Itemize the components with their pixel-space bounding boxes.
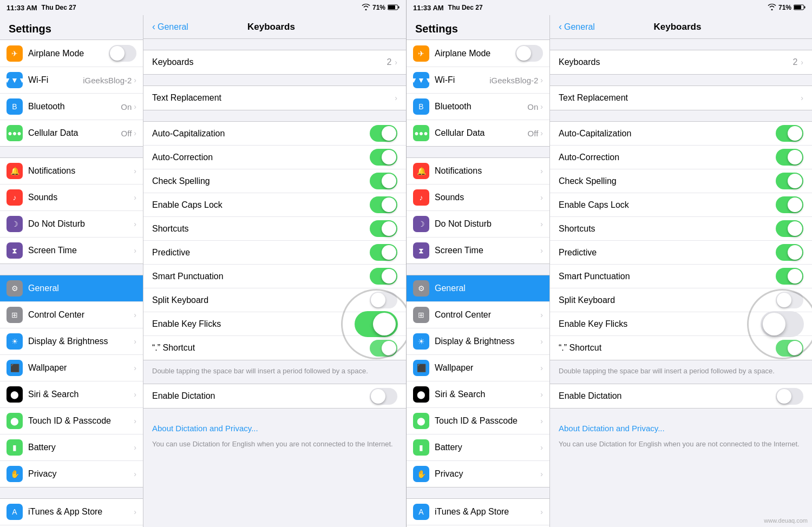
toggle-switch[interactable] bbox=[370, 149, 397, 166]
toggle-switch[interactable] bbox=[370, 244, 397, 261]
sidebar-item-donotdisturb[interactable]: ☽Do Not Disturb› bbox=[0, 211, 143, 238]
link-text[interactable]: About Dictation and Privacy... bbox=[143, 419, 406, 437]
settings-row-enablecapslock[interactable]: Enable Caps Lock bbox=[143, 193, 406, 217]
link-text[interactable]: About Dictation and Privacy... bbox=[550, 419, 812, 437]
settings-row-autocap[interactable]: Auto-Capitalization bbox=[143, 122, 406, 146]
sidebar-item-screentime[interactable]: ⧗Screen Time› bbox=[407, 238, 549, 264]
sidebar-item-donotdisturb[interactable]: ☽Do Not Disturb› bbox=[407, 211, 549, 238]
toggle-switch[interactable] bbox=[370, 340, 397, 357]
sidebar-item-display[interactable]: ☀Display & Brightness› bbox=[0, 328, 143, 355]
sidebar-item-wallpaper[interactable]: ⬛Wallpaper› bbox=[407, 355, 549, 381]
settings-row-keyboards[interactable]: Keyboards2› bbox=[550, 50, 812, 74]
settings-row-checkspelling[interactable]: Check Spelling bbox=[143, 169, 406, 193]
toggle-switch[interactable] bbox=[370, 196, 397, 213]
settings-row-autocorrect[interactable]: Auto-Correction bbox=[550, 146, 812, 169]
sidebar-item-wifi[interactable]: ▼▼▼Wi-FiiGeeksBlog-2› bbox=[0, 67, 143, 94]
toggle-switch[interactable] bbox=[776, 292, 803, 308]
toggle-switch[interactable] bbox=[776, 220, 803, 237]
sidebar-item-itunes[interactable]: AiTunes & App Store› bbox=[0, 499, 143, 525]
sidebar-item-display[interactable]: ☀Display & Brightness› bbox=[407, 328, 549, 355]
settings-row-smartpunctuation[interactable]: Smart Punctuation bbox=[143, 265, 406, 288]
icon-screentime: ⧗ bbox=[6, 242, 23, 259]
sidebar-item-airplane[interactable]: ✈Airplane Mode bbox=[407, 40, 549, 67]
settings-row-autocorrect[interactable]: Auto-Correction bbox=[143, 146, 406, 169]
toggle-switch[interactable] bbox=[109, 45, 136, 62]
settings-row-enabledictation[interactable]: Enable Dictation bbox=[550, 384, 812, 408]
sidebar-item-itunes[interactable]: AiTunes & App Store› bbox=[407, 499, 549, 525]
sidebar-item-touchid[interactable]: ⬤Touch ID & Passcode› bbox=[407, 408, 549, 434]
settings-row-enablekeyflicks[interactable]: Enable Key Flicks bbox=[143, 312, 406, 336]
toggle-switch[interactable] bbox=[515, 45, 543, 62]
settings-row-textreplacement[interactable]: Text Replacement› bbox=[550, 86, 812, 110]
sidebar-item-wifi[interactable]: ▼▼▼Wi-FiiGeeksBlog-2› bbox=[407, 67, 549, 94]
icon-display: ☀ bbox=[6, 333, 23, 350]
sidebar-item-general[interactable]: ⚙General bbox=[407, 275, 549, 302]
sidebar-item-screentime[interactable]: ⧗Screen Time› bbox=[0, 238, 143, 264]
toggle-switch[interactable] bbox=[776, 173, 803, 189]
sidebar-item-cellular[interactable]: ●●●Cellular DataOff› bbox=[0, 120, 143, 146]
sidebar-item-airplane[interactable]: ✈Airplane Mode bbox=[0, 40, 143, 67]
toggle-switch[interactable] bbox=[370, 268, 397, 285]
sidebar-item-bluetooth[interactable]: BBluetoothOn› bbox=[0, 94, 143, 120]
sidebar-item-sounds[interactable]: ♪Sounds› bbox=[0, 185, 143, 211]
sidebar-item-battery[interactable]: ▮Battery› bbox=[0, 434, 143, 461]
toggle-knob bbox=[371, 389, 385, 404]
sidebar-item-notifications[interactable]: 🔔Notifications› bbox=[0, 158, 143, 185]
sidebar-item-bluetooth[interactable]: BBluetoothOn› bbox=[407, 94, 549, 120]
toggle-switch[interactable] bbox=[370, 292, 397, 308]
settings-row-autocap[interactable]: Auto-Capitalization bbox=[550, 122, 812, 146]
icon-sounds: ♪ bbox=[6, 189, 23, 206]
settings-row-splitkeyboard[interactable]: Split Keyboard bbox=[550, 288, 812, 312]
settings-row-keyboards[interactable]: Keyboards2› bbox=[143, 50, 406, 74]
back-button[interactable]: ‹General bbox=[559, 21, 595, 32]
sidebar-item-battery[interactable]: ▮Battery› bbox=[407, 434, 549, 461]
toggle-switch[interactable] bbox=[776, 244, 803, 261]
sidebar-item-notifications[interactable]: 🔔Notifications› bbox=[407, 158, 549, 185]
toggle-switch[interactable] bbox=[370, 220, 397, 237]
toggle-switch[interactable] bbox=[776, 388, 803, 405]
sidebar-item-siri[interactable]: ⬤Siri & Search› bbox=[407, 381, 549, 408]
toggle-switch[interactable] bbox=[776, 149, 803, 166]
settings-row-periodshortcut[interactable]: “.” Shortcut bbox=[143, 336, 406, 360]
sidebar-item-privacy[interactable]: ✋Privacy› bbox=[0, 461, 143, 487]
toggle-switch[interactable] bbox=[776, 125, 803, 142]
chevron-right-icon: › bbox=[134, 364, 136, 372]
toggle-switch[interactable] bbox=[776, 196, 803, 213]
sidebar-item-wallpaper[interactable]: ⬛Wallpaper› bbox=[0, 355, 143, 381]
settings-row-enabledictation[interactable]: Enable Dictation bbox=[143, 384, 406, 408]
sidebar-item-privacy[interactable]: ✋Privacy› bbox=[407, 461, 549, 487]
sidebar-item-cellular[interactable]: ●●●Cellular DataOff› bbox=[407, 120, 549, 146]
icon-battery: ▮ bbox=[413, 439, 429, 456]
toggle-switch[interactable] bbox=[370, 125, 397, 142]
settings-row-textreplacement[interactable]: Text Replacement› bbox=[143, 86, 406, 110]
toggle-knob bbox=[382, 317, 396, 331]
settings-row-shortcuts[interactable]: Shortcuts bbox=[550, 217, 812, 241]
settings-row-splitkeyboard[interactable]: Split Keyboard bbox=[143, 288, 406, 312]
settings-row-predictive[interactable]: Predictive bbox=[143, 241, 406, 265]
back-button[interactable]: ‹General bbox=[152, 21, 188, 32]
settings-row-predictive[interactable]: Predictive bbox=[550, 241, 812, 265]
item-label: Cellular Data bbox=[28, 128, 121, 138]
sidebar-item-siri[interactable]: ⬤Siri & Search› bbox=[0, 381, 143, 408]
sidebar-item-controlcenter[interactable]: ⊞Control Center› bbox=[0, 302, 143, 328]
sidebar-item-controlcenter[interactable]: ⊞Control Center› bbox=[407, 302, 549, 328]
item-value: Off bbox=[121, 129, 132, 138]
settings-row-enablekeyflicks[interactable]: Enable Key Flicks bbox=[550, 312, 812, 336]
detail-content: Keyboards2›Text Replacement›Auto-Capital… bbox=[550, 39, 812, 527]
settings-row-shortcuts[interactable]: Shortcuts bbox=[143, 217, 406, 241]
toggle-switch[interactable] bbox=[776, 268, 803, 285]
settings-row-checkspelling[interactable]: Check Spelling bbox=[550, 169, 812, 193]
sidebar-item-touchid[interactable]: ⬤Touch ID & Passcode› bbox=[0, 408, 143, 434]
sidebar-title: Settings bbox=[0, 15, 143, 39]
sidebar-item-general[interactable]: ⚙General bbox=[0, 275, 143, 302]
settings-row-smartpunctuation[interactable]: Smart Punctuation bbox=[550, 265, 812, 288]
toggle-switch[interactable] bbox=[776, 315, 803, 332]
toggle-switch[interactable] bbox=[776, 340, 803, 357]
toggle-knob bbox=[371, 293, 385, 307]
settings-row-enablecapslock[interactable]: Enable Caps Lock bbox=[550, 193, 812, 217]
settings-row-periodshortcut[interactable]: “.” Shortcut bbox=[550, 336, 812, 360]
toggle-switch[interactable] bbox=[370, 173, 397, 189]
toggle-switch[interactable] bbox=[370, 388, 397, 405]
toggle-switch[interactable] bbox=[370, 315, 397, 332]
sidebar-item-sounds[interactable]: ♪Sounds› bbox=[407, 185, 549, 211]
